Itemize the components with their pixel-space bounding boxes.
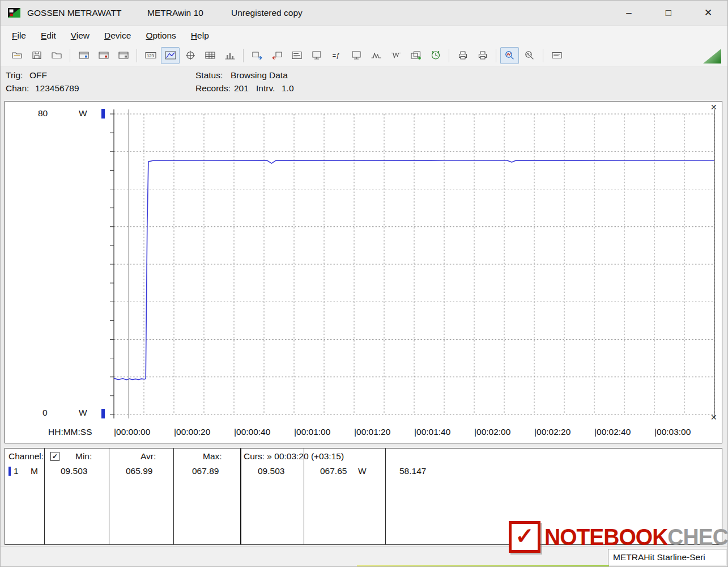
channels-copy-icon[interactable] [406,47,425,64]
maximize-button[interactable]: □ [654,0,683,26]
menu-device[interactable]: Device [97,26,138,45]
channel-marker-bottom [101,409,105,418]
x-tick-label: |00:00:40 [234,427,270,437]
status-value: Browsing Data [231,70,288,81]
wave-lower-icon[interactable] [367,47,385,64]
y-unit-top-label: W [79,108,87,119]
toolbar: 123=ƒ [0,45,728,66]
x-tick-label: |00:02:00 [474,427,510,437]
scope-view-icon[interactable] [181,47,199,64]
file-save-icon[interactable] [27,47,46,64]
channel-visible-checkbox[interactable]: ✓ [50,452,59,461]
table-separator [173,448,174,544]
records-value: 201 [234,83,249,94]
avr-header: Avr: [141,451,156,462]
y-max-label: 80 [38,108,48,119]
toolbar-separator [137,49,137,62]
notebookcheck-check-icon: ✓ [509,521,540,553]
trig-label: Trig: [6,70,23,81]
zoom-curve-icon[interactable] [520,47,539,64]
title-bar: GOSSEN METRAWATT METRAwin 10 Unregistere… [0,0,728,26]
menu-view[interactable]: View [63,26,97,45]
zoom-trend-icon[interactable] [500,47,519,64]
menu-edit[interactable]: Edit [33,26,63,45]
toolbar-separator [449,49,449,62]
y-unit-bottom-label: W [79,408,87,418]
pc-display-icon[interactable] [347,47,365,64]
device-config-icon[interactable] [287,47,306,64]
channel-number: 1 [14,466,19,477]
chan-label: Chan: [6,83,29,94]
x-axis-format-label: HH:MM:SS [48,427,92,437]
app-icon [7,6,22,19]
menu-options[interactable]: Options [138,26,183,45]
status-label: Status: [195,70,223,81]
cursor-unit: W [358,466,367,477]
x-tick-label: |00:00:20 [174,427,210,437]
trend-chart-canvas[interactable] [5,101,722,443]
trend-view-icon[interactable] [161,47,180,64]
cursor-average-value: 58.147 [399,466,426,477]
file-open-icon[interactable] [7,47,26,64]
channel-header: Channel: [8,451,44,462]
checkmark-icon: ✓ [52,453,58,460]
channel-marker-top [101,109,105,119]
chan-value: 123456789 [35,83,79,94]
trig-value: OFF [29,70,47,81]
intrv-label: Intrv. [256,83,275,94]
window-title-product: METRAwin 10 [147,8,203,19]
svg-text:123: 123 [147,53,154,58]
print-icon[interactable] [473,47,492,64]
channel-color-marker [8,467,11,476]
svg-text:=ƒ: =ƒ [332,52,339,59]
table-view-icon[interactable] [201,47,219,64]
window-title-app: GOSSEN METRAWATT [27,8,121,19]
toolbar-separator [496,49,496,62]
table-separator [109,448,109,544]
cursor2-value: 067.65 [320,466,347,477]
min-value: 09.503 [61,466,87,477]
folder-icon[interactable] [47,47,66,64]
x-tick-label: |00:01:40 [414,427,450,437]
trend-chart-panel: 80 W 0 W ✕ ✕ HH:MM:SS |00:00:00|00:00:20… [5,101,722,443]
x-tick-label: |00:01:00 [294,427,330,437]
x-axis-labels: HH:MM:SS |00:00:00|00:00:20|00:00:40|00:… [5,427,722,442]
table-separator [304,448,304,544]
x-tick-label: |00:02:40 [594,427,631,437]
wave-upper-icon[interactable] [386,47,405,64]
notebookcheck-watermark: ✓ NOTEBOOK CHECK [509,519,728,555]
new-window-icon[interactable] [114,47,133,64]
table-separator [385,448,386,544]
toolbar-separator [543,49,543,62]
export-window-icon[interactable] [74,47,93,64]
cursor-handle-bottom[interactable]: ✕ [710,413,717,422]
x-tick-label: |00:00:00 [114,427,150,437]
minimize-button[interactable]: – [615,0,643,26]
watermark-brand-red: NOTEBOOK [544,524,667,550]
table-separator [44,448,45,544]
menu-help[interactable]: Help [184,26,216,45]
cursor-header: Curs: » 00:03:20 (+03:15) [244,451,344,462]
delete-window-icon[interactable] [94,47,113,64]
table-separator-major [240,448,241,544]
formula-icon[interactable]: =ƒ [327,47,346,64]
device-monitor-icon[interactable] [307,47,326,64]
min-header: Min: [75,451,92,462]
device-receive-icon[interactable] [267,47,286,64]
intrv-value: 1.0 [282,83,294,94]
bargraph-view-icon[interactable] [220,47,239,64]
x-tick-label: |00:03:00 [654,427,691,437]
cursor-handle-top[interactable]: ✕ [710,103,717,112]
watermark-brand-gray: CHECK [667,524,728,550]
device-send-icon[interactable] [248,47,266,64]
print-preview-icon[interactable] [453,47,472,64]
y-min-label: 0 [42,408,48,418]
timer-icon[interactable] [426,47,445,64]
avr-value: 065.99 [126,466,152,477]
close-button[interactable]: ✕ [694,0,722,26]
menu-file[interactable]: File [5,26,33,45]
annotation-icon[interactable] [547,47,566,64]
max-header: Max: [203,451,222,462]
numeric-display-icon[interactable]: 123 [141,47,160,64]
records-label: Records: [195,83,231,94]
